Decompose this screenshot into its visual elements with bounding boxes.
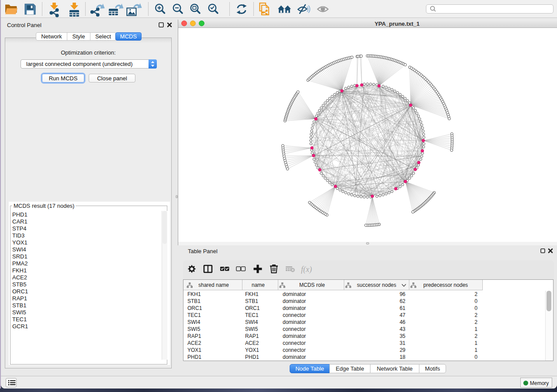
svg-text:f(x): f(x) <box>301 265 312 274</box>
